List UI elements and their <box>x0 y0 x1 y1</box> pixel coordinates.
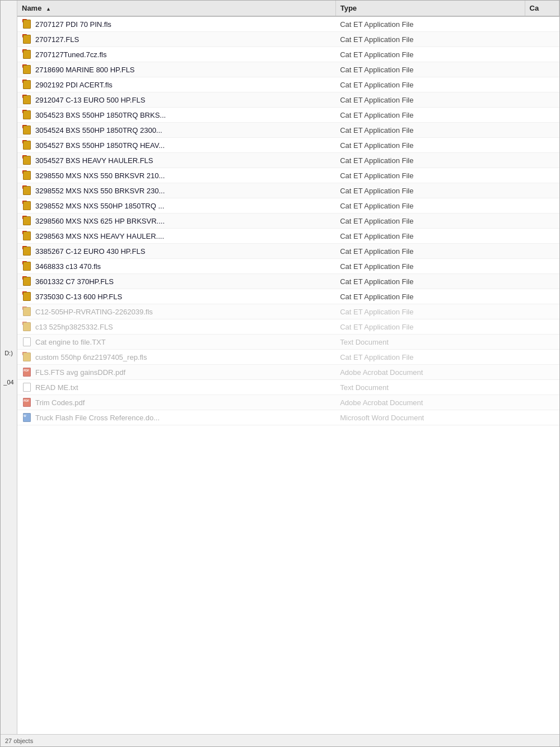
table-row[interactable]: 3601332 C7 370HP.FLSCat ET Application F… <box>17 274 559 289</box>
table-row[interactable]: 3298552 MXS NXS 550HP 1850TRQ ...Cat ET … <box>17 198 559 214</box>
file-type-cell: Cat ET Application File <box>335 32 525 47</box>
file-type-cell: Adobe Acrobat Document <box>335 365 525 380</box>
table-row[interactable]: 3054527 BXS 550HP 1850TRQ HEAV...Cat ET … <box>17 138 559 153</box>
table-row[interactable]: 2718690 MARINE 800 HP.FLSCat ET Applicat… <box>17 62 559 77</box>
table-row[interactable]: 2912047 C-13 EURO 500 HP.FLSCat ET Appli… <box>17 92 559 108</box>
file-name-cell: 3298563 MXS NXS HEAVY HAULER.... <box>17 229 335 243</box>
file-name-cell: C12-505HP-RVRATING-2262039.fls <box>17 304 335 319</box>
file-category-cell <box>525 395 559 410</box>
file-name-label: C12-505HP-RVRATING-2262039.fls <box>35 308 153 316</box>
table-row[interactable]: C12-505HP-RVRATING-2262039.flsCat ET App… <box>17 304 559 319</box>
file-name-cell: PDF Trim Codes.pdf <box>17 395 335 410</box>
file-name-label: 3054523 BXS 550HP 1850TRQ BRKS... <box>35 111 166 119</box>
file-list: Name ▲ Type Ca 2707127 PDI 70 PIN.fls <box>17 1 559 425</box>
category-column-header[interactable]: Ca <box>525 1 559 16</box>
cat-et-icon <box>22 95 32 105</box>
file-name-cell: 3054523 BXS 550HP 1850TRQ BRKS... <box>17 108 335 122</box>
file-category-cell <box>525 380 559 395</box>
table-row[interactable]: 3298560 MXS NXS 625 HP BRKSVR....Cat ET … <box>17 214 559 229</box>
text-icon <box>22 382 32 392</box>
file-type-cell: Cat ET Application File <box>335 198 525 214</box>
file-name-label: 2902192 PDI ACERT.fls <box>35 81 113 89</box>
table-row[interactable]: 2707127Tuned.7cz.flsCat ET Application F… <box>17 47 559 62</box>
file-name-cell: 3298552 MXS NXS 550 BRKSVR 230... <box>17 183 335 198</box>
file-name-label: Trim Codes.pdf <box>35 398 85 407</box>
cat-et-icon <box>22 155 32 165</box>
table-row[interactable]: 3385267 C-12 EURO 430 HP.FLSCat ET Appli… <box>17 244 559 259</box>
file-category-cell <box>525 47 559 62</box>
file-category-cell <box>525 214 559 229</box>
cat-et-icon <box>22 307 32 317</box>
file-category-cell <box>525 16 559 32</box>
table-row[interactable]: 3468833 c13 470.flsCat ET Application Fi… <box>17 259 559 274</box>
table-row[interactable]: 2707127 PDI 70 PIN.flsCat ET Application… <box>17 16 559 32</box>
table-row[interactable]: 3054527 BXS HEAVY HAULER.FLSCat ET Appli… <box>17 153 559 168</box>
file-name-label: 3601332 C7 370HP.FLS <box>35 277 114 286</box>
cat-et-icon <box>22 231 32 241</box>
cat-et-icon <box>22 276 32 286</box>
file-type-cell: Cat ET Application File <box>335 108 525 123</box>
file-name-label: READ ME.txt <box>35 383 78 392</box>
file-type-cell: Cat ET Application File <box>335 153 525 168</box>
file-name-cell: 2707127Tuned.7cz.fls <box>17 47 335 62</box>
file-name-label: 3298550 MXS NXS 550 BRKSVR 210... <box>35 171 165 180</box>
table-row[interactable]: 3298552 MXS NXS 550 BRKSVR 230...Cat ET … <box>17 183 559 198</box>
file-type-cell: Cat ET Application File <box>335 168 525 183</box>
table-row[interactable]: 3054523 BXS 550HP 1850TRQ BRKS...Cat ET … <box>17 108 559 123</box>
file-category-cell <box>525 138 559 153</box>
file-type-cell: Cat ET Application File <box>335 62 525 77</box>
status-text: 27 objects <box>5 737 33 744</box>
file-explorer: D:) _04 Name ▲ Type Ca <box>0 0 560 747</box>
cat-et-icon <box>22 140 32 150</box>
file-name-label: 3054524 BXS 550HP 1850TRQ 2300... <box>35 126 162 134</box>
file-category-cell <box>525 62 559 77</box>
file-name-label: FLS.FTS avg gainsDDR.pdf <box>35 368 125 377</box>
type-column-header[interactable]: Type <box>335 1 525 16</box>
file-name-cell: 2912047 C-13 EURO 500 HP.FLS <box>17 92 335 107</box>
file-name-cell: 2902192 PDI ACERT.fls <box>17 77 335 92</box>
table-row[interactable]: 3735030 C-13 600 HP.FLSCat ET Applicatio… <box>17 289 559 304</box>
file-name-cell: 3468833 c13 470.fls <box>17 259 335 273</box>
name-column-header[interactable]: Name ▲ <box>17 1 335 16</box>
pdf-icon: PDF <box>22 367 32 377</box>
file-name-cell: 3054527 BXS 550HP 1850TRQ HEAV... <box>17 138 335 152</box>
file-type-cell: Cat ET Application File <box>335 214 525 229</box>
file-category-cell <box>525 365 559 380</box>
file-category-cell <box>525 153 559 168</box>
file-category-cell <box>525 229 559 244</box>
file-type-cell: Cat ET Application File <box>335 77 525 92</box>
cat-et-icon <box>22 64 32 75</box>
file-category-cell <box>525 198 559 214</box>
file-type-cell: Cat ET Application File <box>335 138 525 153</box>
file-name-cell: 3601332 C7 370HP.FLS <box>17 274 335 289</box>
table-row[interactable]: Cat engine to file.TXTText Document <box>17 335 559 350</box>
cat-et-icon <box>22 201 32 211</box>
file-type-cell: Cat ET Application File <box>335 289 525 304</box>
file-type-cell: Cat ET Application File <box>335 350 525 365</box>
table-row[interactable]: W Truck Flash File Cross Reference.do...… <box>17 410 559 425</box>
table-row[interactable]: 2902192 PDI ACERT.flsCat ET Application … <box>17 77 559 92</box>
file-type-cell: Cat ET Application File <box>335 304 525 319</box>
table-row[interactable]: PDF FLS.FTS avg gainsDDR.pdfAdobe Acroba… <box>17 365 559 380</box>
file-name-label: 2912047 C-13 EURO 500 HP.FLS <box>35 96 145 104</box>
file-name-label: custom 550hp 6nz2197405_rep.fls <box>35 353 147 361</box>
file-name-label: 3468833 c13 470.fls <box>35 262 101 271</box>
content-area[interactable]: Name ▲ Type Ca 2707127 PDI 70 PIN.fls <box>17 1 559 734</box>
file-category-cell <box>525 274 559 289</box>
table-row[interactable]: 3298563 MXS NXS HEAVY HAULER....Cat ET A… <box>17 229 559 244</box>
table-row[interactable]: c13 525hp3825332.FLSCat ET Application F… <box>17 319 559 335</box>
status-bar: 27 objects <box>1 734 559 746</box>
file-name-cell: 2707127 PDI 70 PIN.fls <box>17 17 335 31</box>
table-row[interactable]: 3298550 MXS NXS 550 BRKSVR 210...Cat ET … <box>17 168 559 183</box>
cat-et-icon <box>22 261 32 271</box>
file-name-cell: 3385267 C-12 EURO 430 HP.FLS <box>17 244 335 258</box>
file-name-label: 3298563 MXS NXS HEAVY HAULER.... <box>35 232 164 240</box>
table-row[interactable]: PDF Trim Codes.pdfAdobe Acrobat Document <box>17 395 559 410</box>
file-name-label: 3298552 MXS NXS 550HP 1850TRQ ... <box>35 202 164 210</box>
table-row[interactable]: 3054524 BXS 550HP 1850TRQ 2300...Cat ET … <box>17 123 559 138</box>
table-row[interactable]: 2707127.FLSCat ET Application File <box>17 32 559 47</box>
file-name-cell: c13 525hp3825332.FLS <box>17 319 335 334</box>
table-row[interactable]: READ ME.txtText Document <box>17 380 559 395</box>
table-row[interactable]: custom 550hp 6nz2197405_rep.flsCat ET Ap… <box>17 350 559 365</box>
file-category-cell <box>525 304 559 319</box>
